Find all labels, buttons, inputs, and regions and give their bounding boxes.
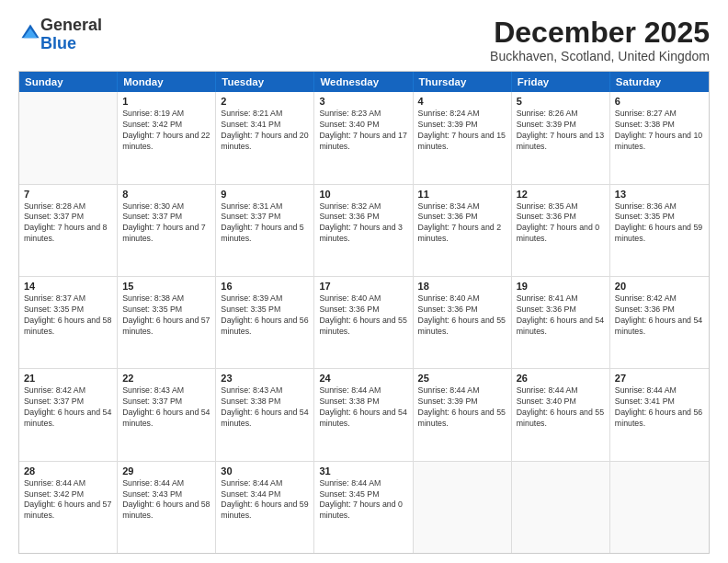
day-number-6: 6 [615,96,704,107]
day-number-8: 8 [122,189,210,200]
cell-text-4-0: Sunrise: 8:44 AM Sunset: 3:42 PM Dayligh… [24,478,112,523]
day-number-14: 14 [24,281,112,292]
day-number-23: 23 [221,373,309,384]
cell-text-2-4: Sunrise: 8:40 AM Sunset: 3:36 PM Dayligh… [418,293,506,338]
cell-4-5 [512,462,610,553]
cell-text-4-3: Sunrise: 8:44 AM Sunset: 3:45 PM Dayligh… [319,478,407,523]
cell-0-1: 1Sunrise: 8:19 AM Sunset: 3:42 PM Daylig… [118,92,216,183]
cell-text-4-1: Sunrise: 8:44 AM Sunset: 3:43 PM Dayligh… [122,478,210,523]
day-number-7: 7 [24,189,112,200]
cell-0-4: 4Sunrise: 8:24 AM Sunset: 3:39 PM Daylig… [414,92,512,183]
cell-1-1: 8Sunrise: 8:30 AM Sunset: 3:37 PM Daylig… [118,185,216,276]
day-number-16: 16 [221,281,309,292]
cell-text-0-2: Sunrise: 8:21 AM Sunset: 3:41 PM Dayligh… [221,109,309,153]
cell-text-1-1: Sunrise: 8:30 AM Sunset: 3:37 PM Dayligh… [122,201,210,246]
logo-text: General Blue [40,17,102,53]
cell-text-3-2: Sunrise: 8:43 AM Sunset: 3:38 PM Dayligh… [221,385,309,430]
calendar-body: 1Sunrise: 8:19 AM Sunset: 3:42 PM Daylig… [19,92,709,553]
cell-text-1-2: Sunrise: 8:31 AM Sunset: 3:37 PM Dayligh… [221,201,309,246]
day-number-9: 9 [221,189,309,200]
cell-text-0-4: Sunrise: 8:24 AM Sunset: 3:39 PM Dayligh… [418,109,506,153]
cell-4-2: 30Sunrise: 8:44 AM Sunset: 3:44 PM Dayli… [216,462,314,553]
cell-text-2-5: Sunrise: 8:41 AM Sunset: 3:36 PM Dayligh… [517,293,605,338]
cell-text-2-6: Sunrise: 8:42 AM Sunset: 3:36 PM Dayligh… [615,293,704,338]
cell-4-0: 28Sunrise: 8:44 AM Sunset: 3:42 PM Dayli… [19,462,118,553]
cell-text-0-1: Sunrise: 8:19 AM Sunset: 3:42 PM Dayligh… [122,109,210,153]
cell-0-6: 6Sunrise: 8:27 AM Sunset: 3:38 PM Daylig… [610,92,709,183]
cell-3-2: 23Sunrise: 8:43 AM Sunset: 3:38 PM Dayli… [216,369,314,460]
week-row-2: 7Sunrise: 8:28 AM Sunset: 3:37 PM Daylig… [19,185,709,277]
day-number-10: 10 [319,189,407,200]
cell-text-0-5: Sunrise: 8:26 AM Sunset: 3:39 PM Dayligh… [517,109,605,153]
cell-text-1-3: Sunrise: 8:32 AM Sunset: 3:36 PM Dayligh… [319,201,407,246]
cell-3-1: 22Sunrise: 8:43 AM Sunset: 3:37 PM Dayli… [118,369,216,460]
day-number-5: 5 [517,96,605,107]
header: General Blue December 2025 Buckhaven, Sc… [18,17,710,63]
cell-text-2-0: Sunrise: 8:37 AM Sunset: 3:35 PM Dayligh… [24,293,112,338]
cell-2-6: 20Sunrise: 8:42 AM Sunset: 3:36 PM Dayli… [610,277,709,368]
week-row-5: 28Sunrise: 8:44 AM Sunset: 3:42 PM Dayli… [19,462,709,553]
cell-text-3-4: Sunrise: 8:44 AM Sunset: 3:39 PM Dayligh… [418,385,506,430]
cell-2-2: 16Sunrise: 8:39 AM Sunset: 3:35 PM Dayli… [216,277,314,368]
cell-text-2-1: Sunrise: 8:38 AM Sunset: 3:35 PM Dayligh… [122,293,210,338]
cell-text-3-5: Sunrise: 8:44 AM Sunset: 3:40 PM Dayligh… [517,385,605,430]
cell-1-3: 10Sunrise: 8:32 AM Sunset: 3:36 PM Dayli… [314,185,413,276]
day-number-19: 19 [517,281,605,292]
cell-3-6: 27Sunrise: 8:44 AM Sunset: 3:41 PM Dayli… [610,369,709,460]
location: Buckhaven, Scotland, United Kingdom [490,49,710,63]
calendar-page: General Blue December 2025 Buckhaven, Sc… [0,0,728,563]
day-number-2: 2 [221,96,309,107]
cell-text-2-3: Sunrise: 8:40 AM Sunset: 3:36 PM Dayligh… [319,293,407,338]
header-sunday: Sunday [19,72,118,92]
cell-text-1-4: Sunrise: 8:34 AM Sunset: 3:36 PM Dayligh… [418,201,506,246]
day-number-4: 4 [418,96,506,107]
day-number-20: 20 [615,281,704,292]
logo-icon [20,23,40,43]
cell-text-4-2: Sunrise: 8:44 AM Sunset: 3:44 PM Dayligh… [221,478,309,523]
day-number-17: 17 [319,281,407,292]
cell-text-0-3: Sunrise: 8:23 AM Sunset: 3:40 PM Dayligh… [319,109,407,153]
day-number-28: 28 [24,465,112,477]
day-number-31: 31 [319,465,407,477]
header-saturday: Saturday [610,72,709,92]
header-monday: Monday [118,72,216,92]
day-number-24: 24 [319,373,407,384]
day-number-21: 21 [24,373,112,384]
cell-3-4: 25Sunrise: 8:44 AM Sunset: 3:39 PM Dayli… [414,369,512,460]
day-number-26: 26 [517,373,605,384]
header-tuesday: Tuesday [216,72,314,92]
day-number-11: 11 [418,189,506,200]
cell-4-1: 29Sunrise: 8:44 AM Sunset: 3:43 PM Dayli… [118,462,216,553]
day-number-22: 22 [122,373,210,384]
cell-text-1-5: Sunrise: 8:35 AM Sunset: 3:36 PM Dayligh… [517,201,605,246]
week-row-3: 14Sunrise: 8:37 AM Sunset: 3:35 PM Dayli… [19,277,709,369]
cell-2-3: 17Sunrise: 8:40 AM Sunset: 3:36 PM Dayli… [314,277,413,368]
cell-3-5: 26Sunrise: 8:44 AM Sunset: 3:40 PM Dayli… [512,369,610,460]
cell-text-1-6: Sunrise: 8:36 AM Sunset: 3:35 PM Dayligh… [615,201,704,246]
cell-text-1-0: Sunrise: 8:28 AM Sunset: 3:37 PM Dayligh… [24,201,112,246]
cell-4-3: 31Sunrise: 8:44 AM Sunset: 3:45 PM Dayli… [314,462,413,553]
cell-1-2: 9Sunrise: 8:31 AM Sunset: 3:37 PM Daylig… [216,185,314,276]
cell-1-6: 13Sunrise: 8:36 AM Sunset: 3:35 PM Dayli… [610,185,709,276]
day-number-30: 30 [221,465,309,477]
week-row-4: 21Sunrise: 8:42 AM Sunset: 3:37 PM Dayli… [19,369,709,461]
cell-1-4: 11Sunrise: 8:34 AM Sunset: 3:36 PM Dayli… [414,185,512,276]
cell-0-3: 3Sunrise: 8:23 AM Sunset: 3:40 PM Daylig… [314,92,413,183]
cell-2-4: 18Sunrise: 8:40 AM Sunset: 3:36 PM Dayli… [414,277,512,368]
logo: General Blue [18,17,102,53]
cell-2-0: 14Sunrise: 8:37 AM Sunset: 3:35 PM Dayli… [19,277,118,368]
cell-4-4 [414,462,512,553]
cell-0-0 [19,92,118,183]
cell-text-0-6: Sunrise: 8:27 AM Sunset: 3:38 PM Dayligh… [615,109,704,153]
day-number-27: 27 [615,373,704,384]
cell-text-3-1: Sunrise: 8:43 AM Sunset: 3:37 PM Dayligh… [122,385,210,430]
header-thursday: Thursday [414,72,512,92]
cell-0-5: 5Sunrise: 8:26 AM Sunset: 3:39 PM Daylig… [512,92,610,183]
day-number-13: 13 [615,189,704,200]
cell-text-3-6: Sunrise: 8:44 AM Sunset: 3:41 PM Dayligh… [615,385,704,430]
cell-text-2-2: Sunrise: 8:39 AM Sunset: 3:35 PM Dayligh… [221,293,309,338]
day-number-3: 3 [319,96,407,107]
day-number-29: 29 [122,465,210,477]
calendar: Sunday Monday Tuesday Wednesday Thursday… [18,71,710,554]
logo-general: General [40,16,102,34]
